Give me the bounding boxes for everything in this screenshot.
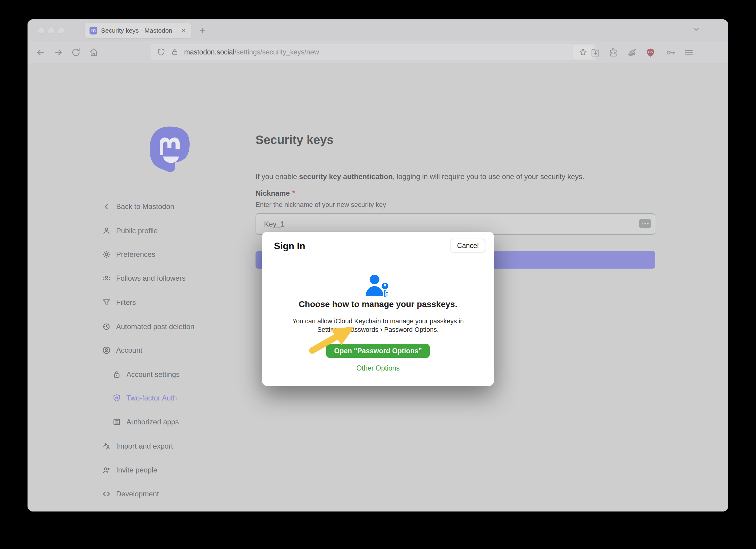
page-title: Security keys <box>256 133 334 147</box>
open-password-options-button[interactable]: Open “Password Options” <box>326 344 430 358</box>
intro-text: If you enable security key authenticatio… <box>256 172 584 181</box>
sidebar-item-filters[interactable]: Filters <box>102 296 136 309</box>
url-bar[interactable]: mastodon.social/settings/security_keys/n… <box>151 44 596 60</box>
lock-icon <box>112 370 122 379</box>
person-icon <box>102 226 111 236</box>
sidebar-item-label: Back to Mastodon <box>116 202 174 211</box>
reload-icon[interactable] <box>70 47 82 58</box>
sidebar-item-label: Follows and followers <box>116 274 185 283</box>
passwords-key-icon[interactable] <box>664 47 676 59</box>
dialog-body: You can allow iCloud Keychain to manage … <box>284 317 472 334</box>
page-content: Back to Mastodon Public profile Preferen… <box>28 63 728 511</box>
mastodon-logo <box>147 126 192 174</box>
passkey-sign-in-dialog: Sign In Cancel Choose how to manage yo <box>262 232 494 386</box>
ublock-icon[interactable]: UO <box>644 47 657 59</box>
sidebar-back-to-mastodon[interactable]: Back to Mastodon <box>102 200 174 213</box>
sidebar-item-label: Public profile <box>116 227 158 235</box>
extensions-puzzle-icon[interactable] <box>608 47 620 59</box>
dialog-divider <box>274 262 482 262</box>
new-tab-button[interactable]: + <box>196 24 209 37</box>
sidebar-item-public-profile[interactable]: Public profile <box>102 224 158 237</box>
back-icon[interactable] <box>35 47 46 58</box>
person-with-key-icon <box>262 274 494 299</box>
nickname-label: Nickname* <box>256 189 295 198</box>
dialog-heading: Choose how to manage your passkeys. <box>262 299 494 309</box>
sidebar-item-follows-and-followers[interactable]: Follows and followers <box>102 272 185 285</box>
other-options-link[interactable]: Other Options <box>262 364 494 372</box>
home-icon[interactable] <box>88 47 99 58</box>
shield-icon <box>112 393 122 403</box>
chevron-left-icon <box>102 202 111 211</box>
sidebar-item-label: Automated post deletion <box>116 322 194 331</box>
tracking-shield-icon[interactable] <box>157 48 165 56</box>
list-icon <box>112 417 122 427</box>
sidebar-item-label: Account settings <box>126 370 180 379</box>
password-manager-bubble-icon[interactable] <box>639 219 651 228</box>
sidebar-item-preferences[interactable]: Preferences <box>102 248 155 261</box>
browser-window: m Security keys - Mastodon ✕ + <box>28 19 728 511</box>
code-icon <box>102 489 111 499</box>
nickname-hint: Enter the nickname of your new security … <box>256 201 386 209</box>
sidebar-item-automated-post-deletion[interactable]: Automated post deletion <box>102 320 194 333</box>
funnel-icon <box>102 298 111 307</box>
sidebar-item-label: Account <box>116 346 142 355</box>
sidebar-item-label: Filters <box>116 298 136 307</box>
sidebar-item-label: Invite people <box>116 466 157 474</box>
sidebar-item-development[interactable]: Development <box>102 487 159 501</box>
mastodon-favicon-icon: m <box>90 27 97 34</box>
tab-strip: m Security keys - Mastodon ✕ + <box>28 19 728 41</box>
sidebar-item-label: Preferences <box>116 250 155 259</box>
person-plus-icon <box>102 465 111 475</box>
dialog-title: Sign In <box>274 241 305 252</box>
lock-icon[interactable] <box>171 48 179 56</box>
traffic-close-button[interactable] <box>38 27 44 34</box>
url-domain: mastodon.social <box>184 48 234 56</box>
sidebar-item-account[interactable]: Account <box>102 344 142 357</box>
account-circle-icon <box>102 345 111 355</box>
save-page-icon[interactable] <box>589 47 601 59</box>
close-tab-icon[interactable]: ✕ <box>181 27 186 34</box>
cancel-button[interactable]: Cancel <box>451 239 485 252</box>
forward-icon[interactable] <box>53 47 64 58</box>
sidebar-item-label: Development <box>116 490 159 498</box>
url-text: mastodon.social/settings/security_keys/n… <box>184 48 573 56</box>
import-export-icon <box>102 441 111 451</box>
navigation-toolbar: mastodon.social/settings/security_keys/n… <box>28 41 728 63</box>
browser-tab[interactable]: m Security keys - Mastodon ✕ <box>85 23 191 38</box>
privacy-badger-icon[interactable] <box>626 47 638 59</box>
sidebar-item-account-settings[interactable]: Account settings <box>112 368 180 381</box>
traffic-minimize-button[interactable] <box>48 27 54 34</box>
sidebar-item-label: Two-factor Auth <box>126 394 177 402</box>
sidebar-item-authorized-apps[interactable]: Authorized apps <box>112 415 179 429</box>
tab-title: Security keys - Mastodon <box>101 27 179 34</box>
menu-icon[interactable] <box>683 47 695 59</box>
gear-icon <box>102 250 111 259</box>
svg-text:UO: UO <box>648 51 653 54</box>
url-path: /settings/security_keys/new <box>234 48 319 56</box>
sidebar-item-label: Import and export <box>116 442 173 450</box>
sidebar-item-invite-people[interactable]: Invite people <box>102 463 157 477</box>
sidebar-item-import-and-export[interactable]: Import and export <box>102 440 173 453</box>
traffic-zoom-button[interactable] <box>58 27 64 34</box>
people-icon <box>102 273 111 283</box>
sidebar-item-label: Authorized apps <box>126 418 179 426</box>
history-clock-icon <box>102 322 111 332</box>
sidebar-item-two-factor-auth[interactable]: Two-factor Auth <box>112 391 177 405</box>
list-all-tabs-chevron-icon[interactable] <box>692 25 701 34</box>
required-asterisk: * <box>292 189 295 197</box>
